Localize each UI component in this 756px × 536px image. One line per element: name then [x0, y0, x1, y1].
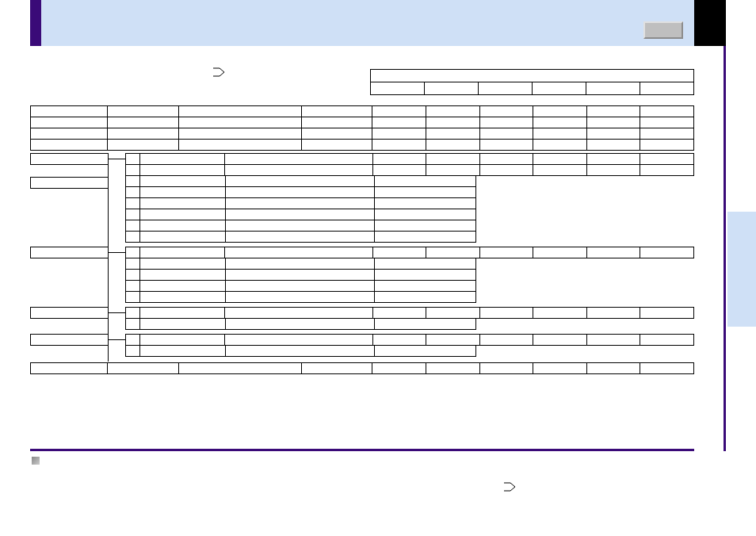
- data-cell: [533, 335, 587, 346]
- cell: [139, 308, 224, 319]
- index-cell: [126, 247, 140, 258]
- cell: [226, 258, 375, 270]
- cell: [375, 258, 476, 270]
- index-cell: [126, 258, 140, 270]
- data-cell: [640, 363, 694, 374]
- continue-arrow-icon: [503, 482, 516, 492]
- index-cell: [126, 220, 140, 232]
- cell: [108, 117, 178, 128]
- data-cell: [372, 165, 426, 176]
- data-cell: [640, 247, 694, 258]
- data-cell: [533, 247, 587, 258]
- data-cell: [426, 335, 480, 346]
- index-cell: [126, 232, 140, 243]
- cell: [31, 117, 108, 128]
- cell: [140, 281, 226, 292]
- cell: [225, 247, 373, 258]
- data-cell: [426, 154, 480, 165]
- cell: [140, 292, 226, 303]
- data-cell: [533, 165, 587, 176]
- side-tab[interactable]: [727, 212, 756, 327]
- cell: [375, 270, 476, 281]
- page-number-block: [694, 0, 726, 46]
- cell: [301, 106, 372, 117]
- cell: [375, 220, 476, 232]
- cell: [178, 128, 301, 140]
- nav-button[interactable]: [643, 21, 683, 39]
- section-label-cell: [31, 178, 109, 189]
- cell: [178, 363, 301, 374]
- data-cell: [640, 154, 694, 165]
- data-cell: [640, 165, 694, 176]
- data-cell: [426, 247, 480, 258]
- section-label: [30, 177, 109, 189]
- cell: [226, 209, 375, 220]
- year-col: [533, 82, 586, 95]
- bottom-border: [30, 449, 694, 451]
- cell: [226, 198, 375, 209]
- cell: [226, 346, 375, 357]
- cell: [226, 292, 375, 303]
- data-cell: [372, 247, 426, 258]
- index-cell: [126, 270, 140, 281]
- year-col: [425, 82, 479, 95]
- data-cell: [479, 154, 533, 165]
- table-row: [125, 291, 476, 303]
- table-row: [30, 128, 694, 140]
- cell: [375, 292, 476, 303]
- year-col: [479, 82, 533, 95]
- index-cell: [126, 292, 140, 303]
- index-cell: [126, 308, 140, 319]
- data-cell: [372, 335, 426, 346]
- cell: [31, 106, 108, 117]
- table-row: [125, 197, 476, 209]
- data-cell: [426, 363, 479, 374]
- cell: [375, 281, 476, 292]
- data-cell: [640, 106, 694, 117]
- cell: [139, 154, 224, 165]
- years-header-table: [370, 69, 694, 95]
- index-cell: [126, 209, 140, 220]
- cell: [375, 232, 476, 243]
- purple-accent: [30, 0, 41, 46]
- data-cell: [533, 140, 587, 151]
- data-cell: [640, 308, 694, 319]
- data-cell: [533, 308, 587, 319]
- data-cell: [426, 165, 480, 176]
- cell: [375, 187, 476, 198]
- cell: [31, 128, 108, 140]
- cell: [226, 232, 375, 243]
- connector: [108, 159, 125, 247]
- data-cell: [372, 140, 426, 151]
- years-group-header: [371, 70, 694, 82]
- data-cell: [586, 106, 640, 117]
- section-label-cell: [31, 154, 109, 165]
- cell: [140, 258, 226, 270]
- table-row: [125, 280, 476, 292]
- connector-tick: [108, 159, 125, 159]
- data-cell: [533, 363, 587, 374]
- cell: [225, 308, 373, 319]
- cell: [375, 198, 476, 209]
- cell: [108, 140, 178, 151]
- table-row: [125, 164, 694, 176]
- index-cell: [126, 176, 140, 187]
- data-cell: [426, 117, 479, 128]
- data-cell: [426, 128, 479, 140]
- cell: [140, 209, 226, 220]
- cell: [225, 335, 373, 346]
- index-cell: [126, 154, 140, 165]
- data-cell: [479, 106, 533, 117]
- data-cell: [372, 154, 426, 165]
- connector-tick: [108, 312, 125, 313]
- data-cell: [479, 335, 533, 346]
- index-cell: [126, 281, 140, 292]
- cell: [301, 140, 372, 151]
- cell: [225, 165, 373, 176]
- data-cell: [640, 335, 694, 346]
- connector-tick: [108, 252, 125, 253]
- data-cell: [479, 363, 533, 374]
- cell: [301, 117, 372, 128]
- footer-square-icon: [32, 457, 40, 465]
- connector-tick: [108, 339, 125, 340]
